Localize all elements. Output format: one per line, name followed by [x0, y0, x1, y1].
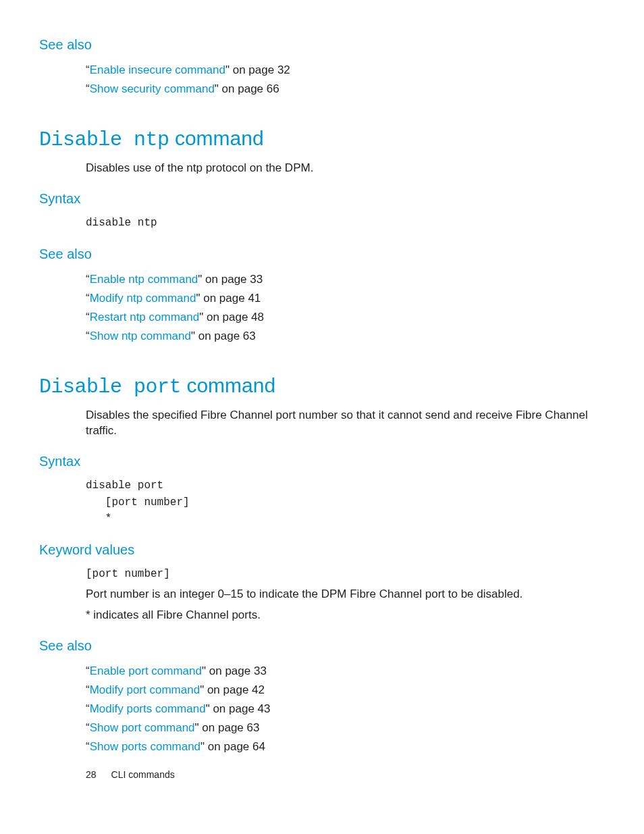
- link-show-ntp[interactable]: Show ntp command: [90, 330, 191, 342]
- xref-tail: " on page 63: [195, 721, 260, 734]
- link-enable-insecure[interactable]: Enable insecure command: [90, 63, 225, 76]
- see-also-heading: See also: [39, 37, 605, 53]
- see-also-list-2: “Enable ntp command" on page 33 “Modify …: [86, 270, 605, 346]
- heading-rest: command: [169, 127, 264, 149]
- link-modify-ntp[interactable]: Modify ntp command: [90, 292, 196, 305]
- link-show-ports[interactable]: Show ports command: [90, 740, 200, 753]
- xref-line: “Modify ports command" on page 43: [86, 700, 605, 719]
- heading-mono: Disable port: [39, 375, 181, 398]
- keyword-values-block: [port number] Port number is an integer …: [86, 566, 605, 623]
- xref-line: “Show security command" on page 66: [86, 80, 605, 99]
- xref-tail: " on page 33: [198, 273, 263, 286]
- keyword-values-heading: Keyword values: [39, 542, 605, 558]
- page-number: 28: [86, 769, 97, 780]
- xref-tail: " on page 63: [191, 330, 256, 342]
- see-also-list-1: “Enable insecure command" on page 32 “Sh…: [86, 61, 605, 99]
- xref-tail: " on page 33: [202, 664, 267, 677]
- xref-line: “Modify port command" on page 42: [86, 681, 605, 700]
- xref-line: “Modify ntp command" on page 41: [86, 289, 605, 308]
- link-enable-ntp[interactable]: Enable ntp command: [90, 273, 198, 286]
- xref-line: “Show ports command" on page 64: [86, 737, 605, 756]
- see-also-heading: See also: [39, 638, 605, 654]
- link-restart-ntp[interactable]: Restart ntp command: [90, 311, 200, 323]
- heading-disable-ntp: Disable ntp command: [39, 127, 605, 151]
- heading-mono: Disable ntp: [39, 128, 169, 151]
- desc-disable-port: Disables the specified Fibre Channel por…: [86, 408, 605, 439]
- kv-code: [port number]: [86, 566, 605, 583]
- syntax-heading: Syntax: [39, 191, 605, 207]
- xref-line: “Show port command" on page 63: [86, 719, 605, 737]
- xref-tail: " on page 48: [199, 311, 264, 323]
- page-footer: 28CLI commands: [86, 769, 175, 780]
- xref-tail: " on page 41: [196, 292, 261, 305]
- xref-tail: " on page 66: [215, 82, 279, 95]
- link-modify-ports[interactable]: Modify ports command: [90, 702, 206, 715]
- kv-desc: Port number is an integer 0–15 to indica…: [86, 587, 605, 602]
- heading-disable-port: Disable port command: [39, 374, 605, 398]
- syntax-code: disable port [port number] *: [86, 477, 605, 527]
- see-also-heading: See also: [39, 246, 605, 262]
- xref-tail: " on page 32: [225, 63, 290, 76]
- xref-line: “Restart ntp command" on page 48: [86, 308, 605, 327]
- syntax-heading: Syntax: [39, 454, 605, 469]
- xref-line: “Enable ntp command" on page 33: [86, 270, 605, 289]
- link-show-port[interactable]: Show port command: [90, 721, 195, 734]
- page-body: See also “Enable insecure command" on pa…: [0, 0, 644, 756]
- link-enable-port[interactable]: Enable port command: [90, 664, 202, 677]
- syntax-code: disable ntp: [86, 215, 605, 232]
- heading-rest: command: [181, 374, 275, 396]
- footer-title: CLI commands: [111, 769, 175, 780]
- xref-line: “Show ntp command" on page 63: [86, 327, 605, 346]
- desc-disable-ntp: Disables use of the ntp protocol on the …: [86, 161, 605, 176]
- xref-tail: " on page 64: [200, 740, 265, 753]
- xref-tail: " on page 43: [206, 702, 271, 715]
- xref-line: “Enable port command" on page 33: [86, 662, 605, 681]
- kv-desc: * indicates all Fibre Channel ports.: [86, 608, 605, 623]
- xref-tail: " on page 42: [200, 683, 265, 696]
- link-show-security[interactable]: Show security command: [90, 82, 215, 95]
- link-modify-port[interactable]: Modify port command: [90, 683, 200, 696]
- see-also-list-3: “Enable port command" on page 33 “Modify…: [86, 662, 605, 756]
- xref-line: “Enable insecure command" on page 32: [86, 61, 605, 80]
